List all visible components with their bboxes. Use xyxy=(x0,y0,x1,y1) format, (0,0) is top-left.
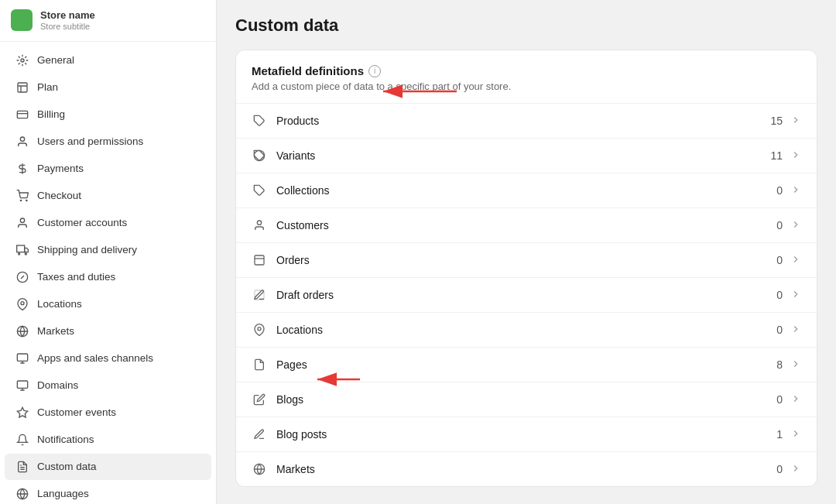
products-row-label: Products xyxy=(276,115,770,127)
pages-row-chevron xyxy=(790,358,801,372)
metafield-row-customers[interactable]: Customers0 xyxy=(236,207,817,242)
store-name: Store name xyxy=(40,9,95,22)
store-subtitle: Store subtitle xyxy=(40,22,95,32)
info-icon[interactable]: i xyxy=(368,65,381,77)
sidebar-item-label-general: General xyxy=(37,54,200,66)
products-row-count: 15 xyxy=(770,115,783,127)
customer-events-icon xyxy=(15,406,29,420)
metafield-row-products[interactable]: Products15 xyxy=(236,103,817,138)
customer-accounts-icon xyxy=(15,216,29,230)
metafield-row-collections[interactable]: Collections0 xyxy=(236,173,817,207)
locations-row-chevron xyxy=(790,324,801,337)
sidebar-item-custom-data[interactable]: Custom data xyxy=(5,454,211,480)
metafield-row-orders[interactable]: Orders0 xyxy=(236,242,817,277)
customers-row-count: 0 xyxy=(776,219,783,231)
checkout-icon xyxy=(15,189,29,203)
blog-posts-row-icon xyxy=(252,427,267,442)
orders-row-icon xyxy=(252,252,267,268)
svg-rect-12 xyxy=(17,381,27,388)
sidebar-item-label-shipping-delivery: Shipping and delivery xyxy=(37,244,200,255)
payments-icon xyxy=(15,162,29,176)
sidebar-item-checkout[interactable]: Checkout xyxy=(5,183,211,209)
products-row-icon xyxy=(252,113,267,129)
card-title: Metafield definitions xyxy=(252,64,364,77)
metafield-row-locations[interactable]: Locations0 xyxy=(236,312,817,347)
svg-rect-22 xyxy=(255,255,264,265)
orders-row-label: Orders xyxy=(276,254,776,266)
metafield-row-variants[interactable]: Variants11 xyxy=(236,138,817,173)
svg-rect-11 xyxy=(17,354,27,361)
sidebar-item-billing[interactable]: Billing xyxy=(5,101,211,128)
svg-point-24 xyxy=(258,327,261,331)
svg-rect-2 xyxy=(17,111,27,118)
svg-rect-7 xyxy=(17,245,25,252)
metafield-row-markets[interactable]: Markets0 xyxy=(236,451,817,486)
sidebar-item-label-custom-data: Custom data xyxy=(37,461,200,472)
pages-row-count: 8 xyxy=(776,358,783,371)
svg-point-21 xyxy=(257,221,261,225)
markets-row-chevron xyxy=(790,463,801,476)
pages-row-label: Pages xyxy=(276,358,776,371)
sidebar-item-label-notifications: Notifications xyxy=(37,434,200,445)
store-info: Store name Store subtitle xyxy=(40,9,95,32)
sidebar-item-label-users-permissions: Users and permissions xyxy=(37,135,200,147)
customers-row-label: Customers xyxy=(276,219,776,231)
svg-point-3 xyxy=(20,137,24,141)
metafield-row-blog-posts[interactable]: Blog posts1 xyxy=(236,417,817,451)
blogs-row-label: Blogs xyxy=(276,393,776,406)
blogs-row-chevron xyxy=(790,393,801,406)
customers-row-chevron xyxy=(790,219,801,232)
svg-rect-1 xyxy=(18,83,27,92)
sidebar-item-label-apps-sales-channels: Apps and sales channels xyxy=(37,352,200,364)
collections-row-chevron xyxy=(790,184,801,197)
users-permissions-icon xyxy=(15,135,29,149)
orders-row-count: 0 xyxy=(776,254,783,266)
sidebar-item-plan[interactable]: Plan xyxy=(5,74,211,101)
sidebar-item-customer-events[interactable]: Customer events xyxy=(5,399,211,426)
svg-point-0 xyxy=(21,59,24,62)
card-header: Metafield definitions i Add a custom pie… xyxy=(236,50,817,103)
sidebar-item-shipping-delivery[interactable]: Shipping and delivery xyxy=(5,237,211,263)
markets-row-count: 0 xyxy=(776,463,783,475)
sidebar-item-customer-accounts[interactable]: Customer accounts xyxy=(5,210,211,236)
metafield-row-pages[interactable]: Pages8 xyxy=(236,347,817,382)
markets-row-icon xyxy=(252,461,267,477)
sidebar-item-users-permissions[interactable]: Users and permissions xyxy=(5,129,211,155)
collections-row-icon xyxy=(252,183,267,198)
sidebar-item-label-languages: Languages xyxy=(37,488,200,499)
metafield-row-draft-orders[interactable]: Draft orders0 xyxy=(236,277,817,312)
languages-icon xyxy=(15,487,29,501)
sidebar-nav: GeneralPlanBillingUsers and permissionsP… xyxy=(0,42,216,504)
sidebar-item-apps-sales-channels[interactable]: Apps and sales channels xyxy=(5,345,211,372)
page-title: Custom data xyxy=(235,15,817,36)
sidebar-item-locations[interactable]: Locations xyxy=(5,291,211,317)
sidebar-item-payments[interactable]: Payments xyxy=(5,156,211,182)
sidebar: Store name Store subtitle GeneralPlanBil… xyxy=(0,0,217,504)
taxes-duties-icon xyxy=(15,270,29,284)
custom-data-icon xyxy=(15,460,29,474)
locations-icon xyxy=(15,297,29,311)
sidebar-item-domains[interactable]: Domains xyxy=(5,372,211,399)
markets-icon xyxy=(15,324,29,338)
sidebar-item-markets[interactable]: Markets xyxy=(5,318,211,345)
sidebar-item-notifications[interactable]: Notifications xyxy=(5,427,211,453)
locations-row-count: 0 xyxy=(776,324,783,336)
card-subtitle: Add a custom piece of data to a specific… xyxy=(252,81,801,92)
sidebar-item-label-payments: Payments xyxy=(37,163,200,174)
metafield-row-blogs[interactable]: Blogs0 xyxy=(236,382,817,417)
variants-row-icon xyxy=(252,148,267,163)
draft-orders-row-label: Draft orders xyxy=(276,289,776,301)
svg-point-9 xyxy=(21,301,24,304)
variants-row-label: Variants xyxy=(276,149,770,162)
blog-posts-row-count: 1 xyxy=(776,428,783,441)
svg-point-6 xyxy=(20,218,24,222)
sidebar-item-languages[interactable]: Languages xyxy=(5,481,211,504)
svg-point-19 xyxy=(254,150,264,160)
draft-orders-row-count: 0 xyxy=(776,289,783,301)
sidebar-item-general[interactable]: General xyxy=(5,47,211,74)
sidebar-item-taxes-duties[interactable]: Taxes and duties xyxy=(5,264,211,290)
sidebar-item-label-plan: Plan xyxy=(37,81,200,93)
plan-icon xyxy=(15,81,29,94)
sidebar-item-label-taxes-duties: Taxes and duties xyxy=(37,271,200,283)
locations-row-label: Locations xyxy=(276,324,776,336)
